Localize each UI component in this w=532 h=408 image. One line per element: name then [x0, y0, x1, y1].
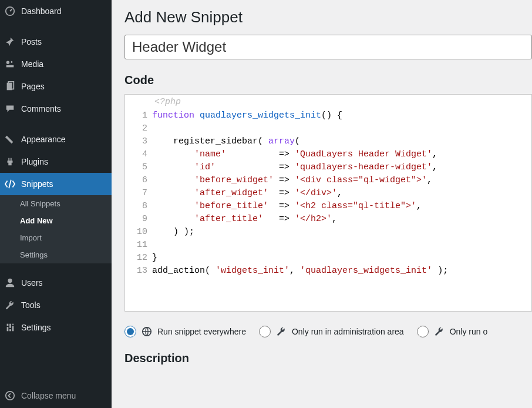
line-number: 3 [125, 135, 152, 148]
line-number: 7 [125, 187, 152, 200]
line-number: 13 [125, 265, 152, 277]
code-line: 12} [125, 252, 531, 265]
line-number: 11 [125, 239, 152, 252]
svg-rect-2 [6, 65, 14, 68]
description-heading: Description [124, 352, 532, 365]
code-line: 13add_action( 'widgets_init', 'quadlayer… [125, 265, 531, 277]
sidebar-subitem-add-new[interactable]: Add New [0, 212, 112, 229]
sidebar-item-media[interactable]: Media [0, 53, 112, 75]
page-title: Add New Snippet [124, 8, 532, 26]
code-text: 'name' => 'QuadLayers Header Widget', [152, 148, 437, 161]
sidebar-item-comments[interactable]: Comments [0, 98, 112, 120]
code-text: 'before_widget' => '<div class="ql-widge… [152, 174, 432, 187]
snippets-icon [4, 178, 16, 190]
code-line: 3 register_sidebar( array( [125, 135, 531, 148]
sidebar-item-label: Dashboard [21, 6, 62, 16]
code-text: add_action( 'widgets_init', 'quadlayers_… [152, 265, 448, 277]
admin-sidebar: DashboardPostsMediaPagesCommentsAppearan… [0, 0, 112, 408]
sidebar-item-label: Comments [21, 104, 61, 113]
scope-radio[interactable] [417, 326, 429, 337]
code-line: 2 [125, 122, 531, 135]
sidebar-item-posts[interactable]: Posts [0, 31, 112, 53]
code-heading: Code [124, 73, 532, 87]
media-icon [4, 58, 16, 71]
sidebar-item-users[interactable]: Users [0, 272, 112, 294]
code-line: 9 'after_title' => '</h2>', [125, 213, 531, 226]
sidebar-item-snippets[interactable]: Snippets [0, 173, 112, 195]
plugins-icon [4, 155, 16, 168]
svg-point-12 [6, 392, 14, 400]
wrench-icon [433, 326, 445, 337]
sidebar-item-label: Users [21, 278, 43, 287]
code-line: 11 [125, 239, 531, 252]
settings-icon [4, 321, 16, 334]
code-text: } [152, 252, 157, 265]
svg-rect-6 [7, 324, 9, 332]
sidebar-subitem-import[interactable]: Import [0, 229, 112, 246]
code-line: 7 'after_widget' => '</div>', [125, 187, 531, 200]
code-text: ) ); [152, 226, 194, 239]
code-text: 'after_widget' => '</div>', [152, 187, 342, 200]
php-open-tag: <?php [125, 95, 531, 109]
code-line: 10 ) ); [125, 226, 531, 239]
code-text: function quadlayers_widgets_init() { [152, 109, 342, 122]
code-line: 5 'id' => 'quadlayers-header-widget', [125, 161, 531, 174]
code-line: 8 'before_title' => '<h2 class="ql-title… [125, 200, 531, 213]
sidebar-item-label: Appearance [21, 135, 66, 144]
sidebar-item-settings[interactable]: Settings [0, 316, 112, 339]
code-text: 'after_title' => '</h2>', [152, 213, 337, 226]
line-number: 10 [125, 226, 152, 239]
sidebar-item-pages[interactable]: Pages [0, 75, 112, 98]
svg-rect-9 [6, 326, 9, 327]
scope-option-2[interactable]: Only run o [417, 326, 488, 337]
sidebar-item-label: Media [21, 59, 43, 69]
line-number: 9 [125, 213, 152, 226]
code-line: 4 'name' => 'QuadLayers Header Widget', [125, 148, 531, 161]
appearance-icon [4, 133, 16, 146]
sidebar-item-plugins[interactable]: Plugins [0, 151, 112, 173]
scope-radio[interactable] [259, 326, 271, 337]
code-text: 'id' => 'quadlayers-header-widget', [152, 161, 437, 174]
scope-label: Only run o [450, 327, 488, 336]
sidebar-item-appearance[interactable]: Appearance [0, 128, 112, 151]
code-editor[interactable]: <?php 1function quadlayers_widgets_init(… [124, 94, 532, 312]
sidebar-subitem-all-snippets[interactable]: All Snippets [0, 195, 112, 212]
code-line: 6 'before_widget' => '<div class="ql-wid… [125, 174, 531, 187]
sidebar-subitem-settings[interactable]: Settings [0, 246, 112, 263]
svg-point-1 [6, 61, 9, 64]
users-icon [4, 276, 16, 289]
sidebar-item-dashboard[interactable]: Dashboard [0, 0, 112, 22]
scope-radio[interactable] [124, 326, 136, 337]
main-content: Add New Snippet Code <?php 1function qua… [112, 0, 532, 408]
sidebar-item-label: Plugins [21, 157, 48, 166]
code-line: 1function quadlayers_widgets_init() { [125, 109, 531, 122]
line-number: 4 [125, 148, 152, 161]
line-number: 1 [125, 109, 152, 122]
svg-point-5 [8, 279, 12, 283]
line-number: 5 [125, 161, 152, 174]
tools-icon [4, 299, 16, 312]
svg-rect-11 [12, 325, 15, 326]
sidebar-item-tools[interactable]: Tools [0, 294, 112, 316]
line-number: 2 [125, 122, 152, 135]
sidebar-item-label: Posts [21, 37, 42, 46]
code-text: register_sidebar( array( [152, 135, 300, 148]
collapse-icon [4, 389, 16, 402]
line-number: 12 [125, 252, 152, 265]
line-number: 8 [125, 200, 152, 213]
dashboard-icon [4, 5, 16, 18]
snippet-title-input[interactable] [124, 35, 532, 59]
sidebar-item-label: Snippets [21, 179, 53, 189]
wrench-icon [275, 326, 287, 337]
scope-label: Only run in administration area [292, 327, 404, 336]
scope-option-0[interactable]: Run snippet everywhere [124, 326, 246, 337]
code-text: 'before_title' => '<h2 class="ql-title">… [152, 200, 422, 213]
comments-icon [4, 102, 16, 115]
scope-option-1[interactable]: Only run in administration area [259, 326, 404, 337]
sidebar-item-label: Tools [21, 300, 41, 310]
line-number: 6 [125, 174, 152, 187]
collapse-menu[interactable]: Collapse menu [0, 383, 112, 408]
collapse-label: Collapse menu [21, 391, 76, 400]
sidebar-item-label: Settings [21, 323, 51, 332]
sidebar-item-label: Pages [21, 82, 45, 91]
